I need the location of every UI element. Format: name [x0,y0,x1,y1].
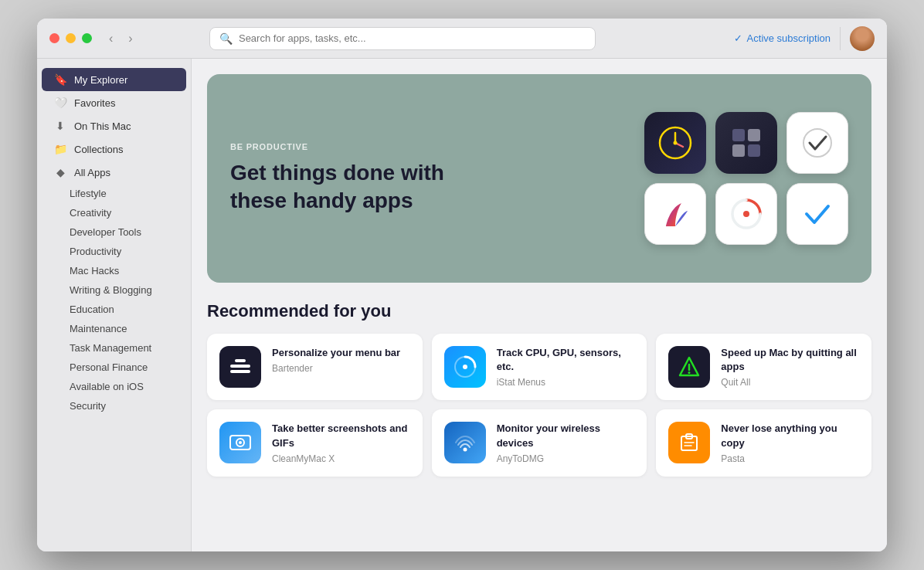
wireless-app: AnyToDMG [497,453,635,464]
istat-icon [444,346,486,388]
close-button[interactable] [49,33,59,43]
search-input[interactable] [239,32,586,44]
check-icon: ✓ [734,32,742,44]
sidebar-sub-personal-finance[interactable]: Personal Finance [37,358,191,377]
screenshot-title: Take better screenshots and GIFs [272,422,410,450]
sidebar-label-favorites: Favorites [74,97,115,109]
recommendations-grid: Personalize your menu bar Bartender [207,334,871,477]
hero-app-goodtask[interactable] [786,183,848,245]
rec-card-quitall[interactable]: Speed up Mac by quitting all apps Quit A… [656,334,871,400]
svg-rect-7 [748,144,760,157]
clipboard-icon [668,422,710,463]
clipboard-title: Never lose anything you copy [721,422,859,450]
svg-point-18 [688,372,691,374]
hero-text: BE PRODUCTIVE Get things done with these… [230,142,644,215]
back-button[interactable]: ‹ [104,29,117,49]
quitall-info: Speed up Mac by quitting all apps Quit A… [721,346,859,388]
bartender-title: Personalize your menu bar [272,346,410,360]
quitall-app: Quit All [721,377,859,388]
header-right: ✓ Active subscription [734,26,875,51]
sidebar-sub-writing-blogging[interactable]: Writing & Blogging [37,280,191,300]
svg-rect-11 [230,365,250,368]
screenshot-app: CleanMyMac X [272,453,410,464]
main-content: BE PRODUCTIVE Get things done with these… [192,59,887,551]
wireless-info: Monitor your wireless devices AnyToDMG [497,422,635,463]
bartender-app: Bartender [272,363,410,374]
sidebar: 🔖 My Explorer 🤍 Favorites ⬇ On This Mac … [37,59,192,551]
all-apps-icon: ◆ [54,166,66,178]
svg-point-10 [743,211,749,217]
app-window: ‹ › 🔍 ✓ Active subscription 🔖 My Explore… [37,19,887,551]
svg-point-8 [803,129,831,157]
divider [840,27,841,50]
subscription-badge[interactable]: ✓ Active subscription [734,32,831,44]
istat-title: Track CPU, GPU, sensors, etc. [497,346,635,374]
quitall-title: Speed up Mac by quitting all apps [721,346,859,374]
sidebar-item-all-apps[interactable]: ◆ All Apps [42,161,186,184]
svg-rect-6 [732,144,745,157]
svg-point-22 [463,448,467,452]
svg-point-3 [674,141,678,145]
body: 🔖 My Explorer 🤍 Favorites ⬇ On This Mac … [37,59,887,551]
rec-card-istat[interactable]: Track CPU, GPU, sensors, etc. iStat Menu… [432,334,647,400]
explorer-icon: 🔖 [54,73,66,86]
rec-card-wireless[interactable]: Monitor your wireless devices AnyToDMG [432,409,647,476]
sidebar-sub-mac-hacks[interactable]: Mac Hacks [37,261,191,280]
sidebar-sub-developer-tools[interactable]: Developer Tools [37,222,191,242]
forward-button[interactable]: › [124,29,137,49]
hero-app-coduo[interactable] [715,112,777,174]
rec-card-screenshot[interactable]: Take better screenshots and GIFs CleanMy… [207,409,423,476]
sidebar-sub-education[interactable]: Education [37,300,191,319]
collections-icon: 📁 [54,143,66,155]
maximize-button[interactable] [82,33,92,43]
sidebar-item-on-this-mac[interactable]: ⬇ On This Mac [42,114,186,137]
clipboard-info: Never lose anything you copy Pasta [721,422,859,463]
svg-rect-12 [230,370,250,373]
hero-apps [644,112,848,245]
quitall-icon [668,346,710,388]
svg-point-21 [239,441,242,444]
sidebar-item-collections[interactable]: 📁 Collections [42,137,186,161]
hero-banner: BE PRODUCTIVE Get things done with these… [207,74,871,283]
sidebar-sub-productivity[interactable]: Productivity [37,242,191,261]
svg-rect-4 [732,129,745,141]
sidebar-item-favorites[interactable]: 🤍 Favorites [42,91,186,114]
bartender-icon [219,346,261,388]
sidebar-sub-creativity[interactable]: Creativity [37,203,191,222]
sidebar-label-on-this-mac: On This Mac [74,120,131,132]
hero-app-merlin[interactable] [644,183,706,245]
hero-app-timing[interactable] [644,112,706,174]
svg-point-15 [463,365,467,369]
hero-label: BE PRODUCTIVE [230,142,644,151]
svg-rect-13 [235,359,246,362]
on-this-mac-icon: ⬇ [54,120,66,132]
hero-app-timemator[interactable] [715,183,777,245]
sidebar-item-my-explorer[interactable]: 🔖 My Explorer [42,68,186,91]
sidebar-label-my-explorer: My Explorer [74,74,127,86]
istat-app: iStat Menus [497,377,635,388]
sidebar-sub-lifestyle[interactable]: Lifestyle [37,184,191,203]
wireless-icon [444,422,486,463]
sidebar-sub-security[interactable]: Security [37,396,191,416]
hero-app-omnifocus[interactable] [786,112,848,174]
rec-card-clipboard[interactable]: Never lose anything you copy Pasta [656,409,871,476]
screenshot-info: Take better screenshots and GIFs CleanMy… [272,422,410,463]
sidebar-label-collections: Collections [74,144,124,155]
rec-card-bartender[interactable]: Personalize your menu bar Bartender [207,334,423,400]
sidebar-label-all-apps: All Apps [74,167,110,178]
svg-rect-5 [748,129,760,141]
avatar-image [850,26,875,51]
search-bar[interactable]: 🔍 [209,27,596,50]
sidebar-sub-task-management[interactable]: Task Management [37,338,191,358]
traffic-lights [49,33,92,43]
minimize-button[interactable] [66,33,76,43]
wireless-title: Monitor your wireless devices [497,422,635,450]
titlebar: ‹ › 🔍 ✓ Active subscription [37,19,887,59]
bartender-info: Personalize your menu bar Bartender [272,346,410,374]
sidebar-sub-maintenance[interactable]: Maintenance [37,319,191,338]
subscription-label: Active subscription [747,32,831,44]
avatar[interactable] [850,26,875,51]
recommended-title: Recommended for you [207,301,871,321]
favorites-icon: 🤍 [54,97,66,109]
sidebar-sub-available-on-ios[interactable]: Available on iOS [37,377,191,396]
